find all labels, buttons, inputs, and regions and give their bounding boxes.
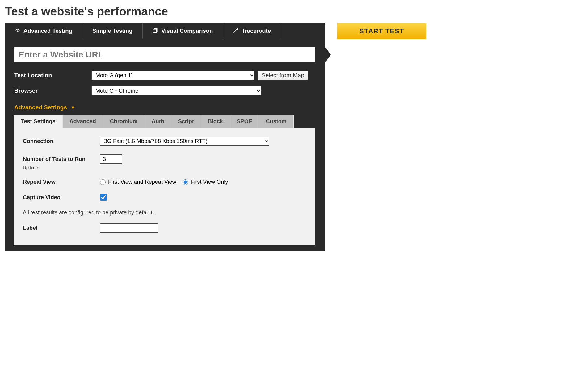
subtab-advanced[interactable]: Advanced: [63, 115, 103, 128]
route-icon: [233, 28, 238, 34]
subtab-custom[interactable]: Custom: [259, 115, 294, 128]
chevron-down-icon: ▼: [70, 105, 75, 110]
num-tests-label: Number of Tests to Run: [23, 156, 100, 162]
connection-label: Connection: [23, 138, 100, 145]
tab-traceroute[interactable]: Traceroute: [223, 23, 281, 39]
repeat-view-label: Repeat View: [23, 179, 100, 185]
tab-advanced-label: Advanced Testing: [23, 27, 72, 34]
arrow-pointer-icon: [325, 46, 331, 63]
subtab-block[interactable]: Block: [201, 115, 230, 128]
advanced-settings-toggle[interactable]: Advanced Settings ▼: [5, 99, 325, 115]
num-tests-note: Up to 9: [23, 165, 100, 170]
tab-traceroute-label: Traceroute: [242, 27, 271, 34]
tab-advanced-testing[interactable]: Advanced Testing: [5, 23, 82, 39]
subtab-chromium[interactable]: Chromium: [103, 115, 145, 128]
num-tests-input[interactable]: [100, 154, 122, 164]
label-field-label: Label: [23, 225, 100, 231]
page-title: Test a website's performance: [5, 5, 583, 18]
start-test-button[interactable]: START TEST: [337, 23, 426, 39]
test-settings-panel: Connection 3G Fast (1.6 Mbps/768 Kbps 15…: [14, 128, 315, 245]
svg-point-2: [237, 29, 238, 30]
capture-video-checkbox[interactable]: [100, 194, 107, 201]
settings-subtabs: Test Settings Advanced Chromium Auth Scr…: [14, 115, 315, 128]
capture-video-label: Capture Video: [23, 194, 100, 201]
label-input[interactable]: [100, 223, 158, 233]
subtab-auth[interactable]: Auth: [145, 115, 171, 128]
top-tabs: Advanced Testing Simple Testing Visual C…: [5, 23, 325, 39]
repeat-view-both-label: First View and Repeat View: [108, 179, 176, 185]
connection-select[interactable]: 3G Fast (1.6 Mbps/768 Kbps 150ms RTT): [100, 137, 269, 146]
tab-simple-label: Simple Testing: [92, 27, 132, 34]
url-input[interactable]: [14, 47, 315, 62]
location-select[interactable]: Moto G (gen 1): [91, 71, 254, 80]
tab-simple-testing[interactable]: Simple Testing: [82, 23, 143, 39]
advanced-settings-label: Advanced Settings: [14, 104, 67, 111]
browser-label: Browser: [14, 87, 91, 94]
tab-visual-comparison[interactable]: Visual Comparison: [143, 23, 223, 39]
subtab-spof[interactable]: SPOF: [230, 115, 259, 128]
tab-visual-label: Visual Comparison: [161, 27, 213, 34]
repeat-view-both-radio[interactable]: [100, 179, 106, 185]
select-from-map-button[interactable]: Select from Map: [258, 71, 308, 80]
private-results-note: All test results are configured to be pr…: [23, 209, 307, 216]
location-label: Test Location: [14, 72, 91, 79]
test-form: Advanced Testing Simple Testing Visual C…: [5, 23, 325, 251]
gauge-icon: [15, 28, 20, 34]
repeat-view-first-only-radio[interactable]: [183, 179, 188, 185]
compare-icon: [153, 28, 158, 34]
subtab-script[interactable]: Script: [171, 115, 201, 128]
repeat-view-first-only-label: First View Only: [191, 179, 228, 185]
subtab-test-settings[interactable]: Test Settings: [14, 115, 63, 128]
browser-select[interactable]: Moto G - Chrome: [91, 86, 261, 95]
